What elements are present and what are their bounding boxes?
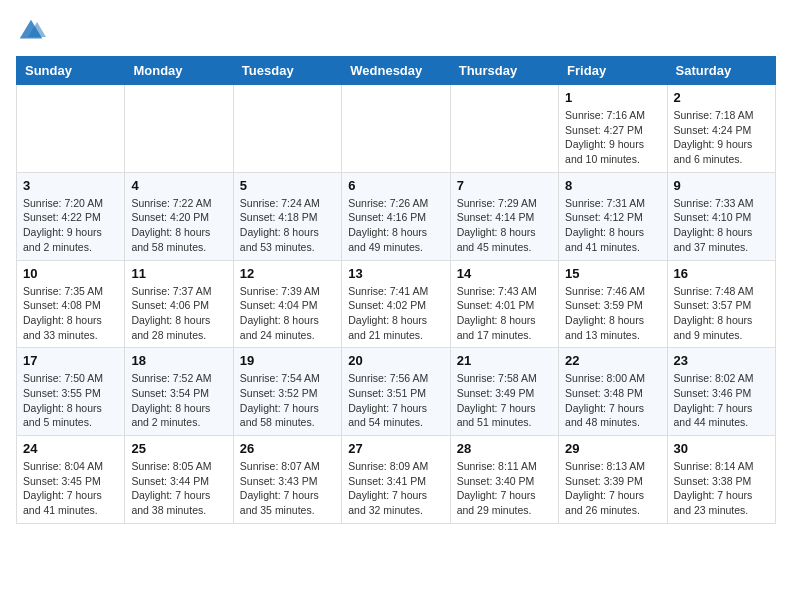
calendar-cell [342, 85, 450, 173]
day-number: 3 [23, 178, 118, 193]
calendar-cell: 13Sunrise: 7:41 AM Sunset: 4:02 PM Dayli… [342, 260, 450, 348]
day-number: 27 [348, 441, 443, 456]
calendar-cell: 29Sunrise: 8:13 AM Sunset: 3:39 PM Dayli… [559, 436, 667, 524]
day-info: Sunrise: 8:14 AM Sunset: 3:38 PM Dayligh… [674, 459, 769, 518]
day-info: Sunrise: 7:48 AM Sunset: 3:57 PM Dayligh… [674, 284, 769, 343]
day-number: 18 [131, 353, 226, 368]
day-info: Sunrise: 7:31 AM Sunset: 4:12 PM Dayligh… [565, 196, 660, 255]
day-number: 13 [348, 266, 443, 281]
calendar-table: SundayMondayTuesdayWednesdayThursdayFrid… [16, 56, 776, 524]
calendar-cell [450, 85, 558, 173]
day-number: 9 [674, 178, 769, 193]
day-number: 5 [240, 178, 335, 193]
calendar-cell: 27Sunrise: 8:09 AM Sunset: 3:41 PM Dayli… [342, 436, 450, 524]
calendar-cell: 1Sunrise: 7:16 AM Sunset: 4:27 PM Daylig… [559, 85, 667, 173]
calendar-cell: 11Sunrise: 7:37 AM Sunset: 4:06 PM Dayli… [125, 260, 233, 348]
calendar-cell: 9Sunrise: 7:33 AM Sunset: 4:10 PM Daylig… [667, 172, 775, 260]
weekday-header-saturday: Saturday [667, 57, 775, 85]
calendar-cell: 4Sunrise: 7:22 AM Sunset: 4:20 PM Daylig… [125, 172, 233, 260]
day-number: 21 [457, 353, 552, 368]
calendar-cell: 20Sunrise: 7:56 AM Sunset: 3:51 PM Dayli… [342, 348, 450, 436]
day-number: 2 [674, 90, 769, 105]
calendar-cell: 26Sunrise: 8:07 AM Sunset: 3:43 PM Dayli… [233, 436, 341, 524]
day-number: 20 [348, 353, 443, 368]
day-number: 19 [240, 353, 335, 368]
day-number: 28 [457, 441, 552, 456]
logo [16, 16, 50, 46]
day-info: Sunrise: 8:07 AM Sunset: 3:43 PM Dayligh… [240, 459, 335, 518]
calendar-cell [17, 85, 125, 173]
calendar-cell: 18Sunrise: 7:52 AM Sunset: 3:54 PM Dayli… [125, 348, 233, 436]
calendar-cell: 30Sunrise: 8:14 AM Sunset: 3:38 PM Dayli… [667, 436, 775, 524]
day-number: 22 [565, 353, 660, 368]
calendar-week-2: 3Sunrise: 7:20 AM Sunset: 4:22 PM Daylig… [17, 172, 776, 260]
weekday-header-sunday: Sunday [17, 57, 125, 85]
weekday-header-thursday: Thursday [450, 57, 558, 85]
day-number: 1 [565, 90, 660, 105]
day-number: 26 [240, 441, 335, 456]
day-number: 23 [674, 353, 769, 368]
day-info: Sunrise: 7:52 AM Sunset: 3:54 PM Dayligh… [131, 371, 226, 430]
day-info: Sunrise: 7:50 AM Sunset: 3:55 PM Dayligh… [23, 371, 118, 430]
weekday-header-monday: Monday [125, 57, 233, 85]
calendar-cell: 14Sunrise: 7:43 AM Sunset: 4:01 PM Dayli… [450, 260, 558, 348]
day-number: 12 [240, 266, 335, 281]
day-info: Sunrise: 7:26 AM Sunset: 4:16 PM Dayligh… [348, 196, 443, 255]
day-info: Sunrise: 7:33 AM Sunset: 4:10 PM Dayligh… [674, 196, 769, 255]
calendar-cell: 28Sunrise: 8:11 AM Sunset: 3:40 PM Dayli… [450, 436, 558, 524]
calendar-cell: 17Sunrise: 7:50 AM Sunset: 3:55 PM Dayli… [17, 348, 125, 436]
day-info: Sunrise: 8:09 AM Sunset: 3:41 PM Dayligh… [348, 459, 443, 518]
day-info: Sunrise: 8:04 AM Sunset: 3:45 PM Dayligh… [23, 459, 118, 518]
day-number: 29 [565, 441, 660, 456]
calendar-cell: 3Sunrise: 7:20 AM Sunset: 4:22 PM Daylig… [17, 172, 125, 260]
calendar-cell: 5Sunrise: 7:24 AM Sunset: 4:18 PM Daylig… [233, 172, 341, 260]
day-info: Sunrise: 8:00 AM Sunset: 3:48 PM Dayligh… [565, 371, 660, 430]
day-number: 25 [131, 441, 226, 456]
calendar-cell: 24Sunrise: 8:04 AM Sunset: 3:45 PM Dayli… [17, 436, 125, 524]
weekday-header-tuesday: Tuesday [233, 57, 341, 85]
day-info: Sunrise: 7:43 AM Sunset: 4:01 PM Dayligh… [457, 284, 552, 343]
calendar-cell: 8Sunrise: 7:31 AM Sunset: 4:12 PM Daylig… [559, 172, 667, 260]
calendar-cell [233, 85, 341, 173]
day-info: Sunrise: 7:56 AM Sunset: 3:51 PM Dayligh… [348, 371, 443, 430]
day-number: 16 [674, 266, 769, 281]
day-number: 6 [348, 178, 443, 193]
calendar-week-5: 24Sunrise: 8:04 AM Sunset: 3:45 PM Dayli… [17, 436, 776, 524]
day-number: 17 [23, 353, 118, 368]
day-number: 7 [457, 178, 552, 193]
calendar-cell: 25Sunrise: 8:05 AM Sunset: 3:44 PM Dayli… [125, 436, 233, 524]
day-info: Sunrise: 7:46 AM Sunset: 3:59 PM Dayligh… [565, 284, 660, 343]
day-info: Sunrise: 7:20 AM Sunset: 4:22 PM Dayligh… [23, 196, 118, 255]
day-info: Sunrise: 7:29 AM Sunset: 4:14 PM Dayligh… [457, 196, 552, 255]
calendar-cell: 7Sunrise: 7:29 AM Sunset: 4:14 PM Daylig… [450, 172, 558, 260]
calendar-cell: 22Sunrise: 8:00 AM Sunset: 3:48 PM Dayli… [559, 348, 667, 436]
day-info: Sunrise: 7:54 AM Sunset: 3:52 PM Dayligh… [240, 371, 335, 430]
day-info: Sunrise: 8:11 AM Sunset: 3:40 PM Dayligh… [457, 459, 552, 518]
day-info: Sunrise: 8:05 AM Sunset: 3:44 PM Dayligh… [131, 459, 226, 518]
day-info: Sunrise: 7:22 AM Sunset: 4:20 PM Dayligh… [131, 196, 226, 255]
day-number: 4 [131, 178, 226, 193]
day-info: Sunrise: 7:37 AM Sunset: 4:06 PM Dayligh… [131, 284, 226, 343]
calendar-cell: 12Sunrise: 7:39 AM Sunset: 4:04 PM Dayli… [233, 260, 341, 348]
day-number: 11 [131, 266, 226, 281]
day-info: Sunrise: 7:58 AM Sunset: 3:49 PM Dayligh… [457, 371, 552, 430]
calendar-week-3: 10Sunrise: 7:35 AM Sunset: 4:08 PM Dayli… [17, 260, 776, 348]
calendar-cell: 6Sunrise: 7:26 AM Sunset: 4:16 PM Daylig… [342, 172, 450, 260]
calendar-cell: 16Sunrise: 7:48 AM Sunset: 3:57 PM Dayli… [667, 260, 775, 348]
calendar-cell: 15Sunrise: 7:46 AM Sunset: 3:59 PM Dayli… [559, 260, 667, 348]
day-info: Sunrise: 7:41 AM Sunset: 4:02 PM Dayligh… [348, 284, 443, 343]
day-number: 14 [457, 266, 552, 281]
calendar-week-1: 1Sunrise: 7:16 AM Sunset: 4:27 PM Daylig… [17, 85, 776, 173]
calendar-cell: 23Sunrise: 8:02 AM Sunset: 3:46 PM Dayli… [667, 348, 775, 436]
calendar-cell [125, 85, 233, 173]
calendar-cell: 19Sunrise: 7:54 AM Sunset: 3:52 PM Dayli… [233, 348, 341, 436]
weekday-header-friday: Friday [559, 57, 667, 85]
day-info: Sunrise: 8:02 AM Sunset: 3:46 PM Dayligh… [674, 371, 769, 430]
logo-icon [16, 16, 46, 46]
day-number: 24 [23, 441, 118, 456]
weekday-header-wednesday: Wednesday [342, 57, 450, 85]
day-number: 10 [23, 266, 118, 281]
day-number: 30 [674, 441, 769, 456]
weekday-header-row: SundayMondayTuesdayWednesdayThursdayFrid… [17, 57, 776, 85]
day-number: 8 [565, 178, 660, 193]
